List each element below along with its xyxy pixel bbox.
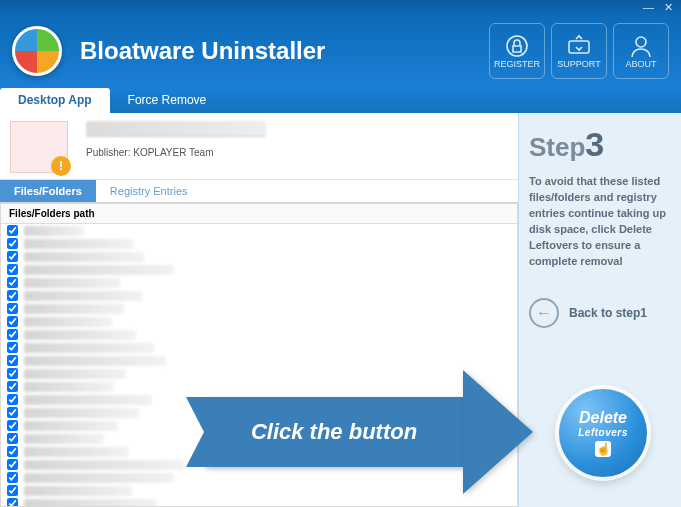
file-path-redacted [24, 369, 126, 379]
file-path-redacted [24, 499, 156, 507]
support-label: SUPPORT [557, 59, 600, 69]
row-checkbox[interactable] [7, 238, 18, 249]
step-num: 3 [585, 125, 604, 163]
row-checkbox[interactable] [7, 420, 18, 431]
list-item[interactable] [1, 393, 517, 406]
list-item[interactable] [1, 315, 517, 328]
app-icon [10, 121, 68, 173]
row-checkbox[interactable] [7, 498, 18, 506]
row-checkbox[interactable] [7, 225, 18, 236]
row-checkbox[interactable] [7, 251, 18, 262]
file-path-redacted [24, 291, 142, 301]
list-item[interactable] [1, 419, 517, 432]
row-checkbox[interactable] [7, 316, 18, 327]
list-item[interactable] [1, 497, 517, 506]
row-checkbox[interactable] [7, 342, 18, 353]
row-checkbox[interactable] [7, 355, 18, 366]
file-list: Files/Folders path [0, 203, 518, 507]
list-item[interactable] [1, 328, 517, 341]
file-path-redacted [24, 382, 114, 392]
file-path-redacted [24, 252, 144, 262]
row-checkbox[interactable] [7, 407, 18, 418]
row-checkbox[interactable] [7, 485, 18, 496]
list-item[interactable] [1, 471, 517, 484]
wrench-icon [566, 33, 592, 59]
delete-leftovers-button[interactable]: Delete Leftovers [559, 389, 647, 477]
list-item[interactable] [1, 302, 517, 315]
list-item[interactable] [1, 276, 517, 289]
about-label: ABOUT [625, 59, 656, 69]
row-checkbox[interactable] [7, 329, 18, 340]
file-path-redacted [24, 356, 166, 366]
row-checkbox[interactable] [7, 381, 18, 392]
close-button[interactable]: ✕ [664, 1, 673, 14]
file-path-redacted [24, 447, 129, 457]
row-checkbox[interactable] [7, 394, 18, 405]
subtab-registry[interactable]: Registry Entries [96, 180, 202, 202]
app-name-redacted [86, 121, 266, 137]
file-path-redacted [24, 395, 152, 405]
file-path-redacted [24, 330, 136, 340]
file-path-redacted [24, 434, 104, 444]
list-item[interactable] [1, 406, 517, 419]
list-item[interactable] [1, 250, 517, 263]
list-body[interactable] [1, 224, 517, 506]
side-panel: Step3 To avoid that these listed files/f… [518, 113, 681, 507]
list-item[interactable] [1, 289, 517, 302]
header: Bloatware Uninstaller REGISTER SUPPORT A… [0, 14, 681, 88]
row-checkbox[interactable] [7, 446, 18, 457]
lock-icon [504, 33, 530, 59]
list-item[interactable] [1, 458, 517, 471]
file-path-redacted [24, 421, 118, 431]
tab-force-remove[interactable]: Force Remove [110, 88, 225, 113]
support-button[interactable]: SUPPORT [551, 23, 607, 79]
list-item[interactable] [1, 380, 517, 393]
list-item[interactable] [1, 445, 517, 458]
list-item[interactable] [1, 484, 517, 497]
minimize-button[interactable]: — [643, 1, 654, 13]
about-button[interactable]: ABOUT [613, 23, 669, 79]
row-checkbox[interactable] [7, 277, 18, 288]
row-checkbox[interactable] [7, 472, 18, 483]
file-path-redacted [24, 265, 174, 275]
subtab-files[interactable]: Files/Folders [0, 180, 96, 202]
row-checkbox[interactable] [7, 368, 18, 379]
row-checkbox[interactable] [7, 433, 18, 444]
tab-desktop-app[interactable]: Desktop App [0, 88, 110, 113]
step-heading: Step3 [529, 125, 671, 164]
register-button[interactable]: REGISTER [489, 23, 545, 79]
publisher: Publisher: KOPLAYER Team [86, 147, 508, 158]
step-label: Step [529, 132, 585, 162]
titlebar: — ✕ [0, 0, 681, 14]
register-label: REGISTER [494, 59, 540, 69]
list-item[interactable] [1, 237, 517, 250]
list-item[interactable] [1, 432, 517, 445]
back-to-step1[interactable]: ← Back to step1 [529, 298, 671, 328]
delete-label-2: Leftovers [578, 427, 628, 438]
file-path-redacted [24, 486, 132, 496]
list-item[interactable] [1, 263, 517, 276]
list-item[interactable] [1, 367, 517, 380]
row-checkbox[interactable] [7, 303, 18, 314]
file-path-redacted [24, 304, 124, 314]
file-path-redacted [24, 460, 184, 470]
list-item[interactable] [1, 341, 517, 354]
back-label: Back to step1 [569, 306, 647, 320]
cursor-icon [595, 441, 611, 457]
list-item[interactable] [1, 354, 517, 367]
row-checkbox[interactable] [7, 290, 18, 301]
file-path-redacted [24, 317, 112, 327]
delete-label-1: Delete [579, 409, 627, 427]
svg-rect-1 [569, 41, 589, 53]
svg-point-2 [636, 37, 646, 47]
content: Publisher: KOPLAYER Team Files/Folders R… [0, 113, 681, 507]
file-path-redacted [24, 226, 84, 236]
row-checkbox[interactable] [7, 459, 18, 470]
sub-tabs: Files/Folders Registry Entries [0, 180, 518, 203]
person-icon [628, 33, 654, 59]
file-path-redacted [24, 343, 154, 353]
row-checkbox[interactable] [7, 264, 18, 275]
app-info: Publisher: KOPLAYER Team [0, 113, 518, 180]
list-item[interactable] [1, 224, 517, 237]
file-path-redacted [24, 278, 120, 288]
